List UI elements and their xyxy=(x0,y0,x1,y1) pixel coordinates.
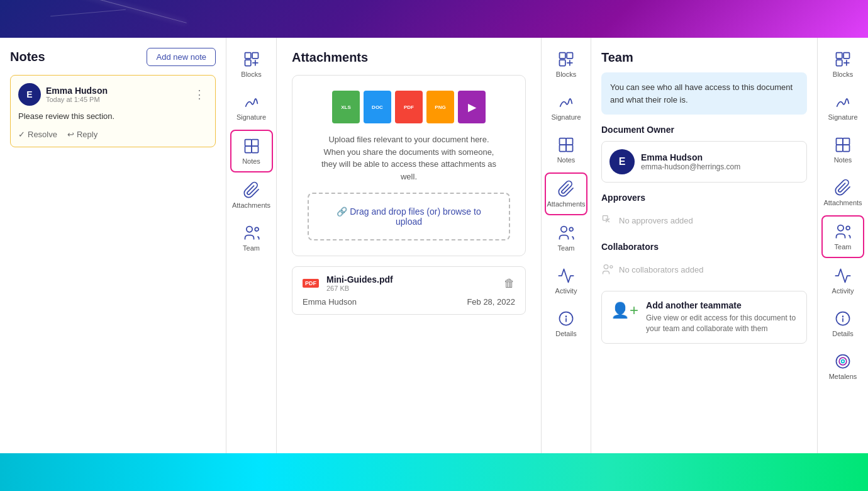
sidebar-item-attachments-right[interactable]: Attachments xyxy=(545,172,587,215)
svg-point-17 xyxy=(569,227,573,231)
collaborators-empty: No collaborators added xyxy=(601,258,807,281)
add-teammate-card[interactable]: 👤+ Add another teammate Give view or edi… xyxy=(601,291,807,344)
sidebar-item-team-left[interactable]: Team xyxy=(230,218,273,258)
approvers-label: Approvers xyxy=(601,193,807,203)
svg-rect-10 xyxy=(567,53,572,59)
approvers-empty-icon xyxy=(601,214,614,227)
sidebar-item-notes-far[interactable]: Notes xyxy=(821,130,864,170)
team-panel-title: Team xyxy=(601,50,807,65)
main-content: Notes Add new note E Emma Hudson Today a… xyxy=(0,38,868,453)
activity-label-far: Activity xyxy=(832,287,854,295)
note-card: E Emma Hudson Today at 1:45 PM ⋮ Please … xyxy=(10,75,216,147)
sidebar-item-activity-right[interactable]: Activity xyxy=(545,261,587,301)
notes-panel-title: Notes xyxy=(10,50,45,64)
collaborators-empty-text: No collaborators added xyxy=(619,265,703,274)
collaborators-section: Collaborators No collaborators added xyxy=(601,242,807,281)
svg-rect-15 xyxy=(566,145,573,152)
doc-icon: DOC xyxy=(364,91,391,123)
upload-box: XLS DOC PDF PNG ▶ Upload files relevant … xyxy=(292,75,526,256)
note-actions: ✓ Resolve ↩ Reply xyxy=(18,130,208,139)
resolve-button[interactable]: ✓ Resolve xyxy=(18,130,57,139)
sidebar-item-team-right[interactable]: Team xyxy=(545,218,587,258)
sidebar-item-signature-right[interactable]: Signature xyxy=(545,87,587,127)
sidebar-item-blocks-far[interactable]: Blocks xyxy=(821,44,864,84)
svg-point-16 xyxy=(561,227,567,232)
sidebar-item-notes-right[interactable]: Notes xyxy=(545,130,587,170)
team-label-right: Team xyxy=(558,244,575,252)
svg-rect-24 xyxy=(837,53,842,59)
svg-rect-1 xyxy=(252,53,258,59)
document-owner-label: Document Owner xyxy=(601,125,807,135)
drag-drop-label: 🔗 Drag and drop files (or) browse to upl… xyxy=(337,206,481,227)
approvers-section: Approvers No approvers added xyxy=(601,193,807,232)
svg-rect-5 xyxy=(245,146,252,153)
notes-icon-right xyxy=(557,136,575,154)
svg-point-37 xyxy=(839,358,847,365)
svg-rect-27 xyxy=(837,138,843,145)
signature-icon xyxy=(243,93,260,111)
file-item-bottom: Emma Hudson Feb 28, 2022 xyxy=(303,297,515,307)
file-type-badge: PDF xyxy=(303,279,319,288)
notes-header: Notes Add new note xyxy=(10,48,216,66)
sidebar-item-signature-left[interactable]: Signature xyxy=(230,87,273,127)
sidebar-item-details-far[interactable]: Details xyxy=(821,303,864,344)
blocks-label-left: Blocks xyxy=(241,71,261,78)
svg-rect-6 xyxy=(252,146,259,153)
team-label-far: Team xyxy=(835,243,852,251)
team-label-left: Team xyxy=(243,244,260,252)
file-size: 267 KB xyxy=(326,285,393,292)
check-icon: ✓ xyxy=(18,130,25,139)
banner-decoration xyxy=(0,0,868,38)
svg-rect-26 xyxy=(837,60,842,65)
attachments-label-left: Attachments xyxy=(232,201,270,209)
file-uploader: Emma Hudson xyxy=(303,297,357,307)
svg-rect-12 xyxy=(560,138,567,145)
xls-icon: XLS xyxy=(332,91,360,123)
metalens-icon-far xyxy=(834,353,852,370)
note-options-button[interactable]: ⋮ xyxy=(191,87,208,101)
png-icon: PNG xyxy=(426,91,454,123)
sidebar-item-blocks-right[interactable]: Blocks xyxy=(545,44,587,84)
notes-icon-far xyxy=(834,136,852,154)
sidebar-item-attachments-far[interactable]: Attachments xyxy=(821,172,864,213)
team-panel: Team You can see who all have access to … xyxy=(591,38,818,453)
owner-email: emma-hudson@herrings.com xyxy=(641,162,740,171)
svg-rect-13 xyxy=(566,138,573,145)
delete-file-button[interactable]: 🗑 xyxy=(504,277,515,290)
add-note-button[interactable]: Add new note xyxy=(147,48,216,66)
sidebar-item-notes-left[interactable]: Notes xyxy=(230,130,273,172)
blocks-label-far: Blocks xyxy=(833,71,853,78)
activity-label-right: Activity xyxy=(555,287,577,295)
sidebar-item-signature-far[interactable]: Signature xyxy=(821,87,864,127)
sidebar-item-attachments-left[interactable]: Attachments xyxy=(230,175,273,215)
add-teammate-desc: Give view or edit access for this docume… xyxy=(646,313,798,334)
drag-drop-zone[interactable]: 🔗 Drag and drop files (or) browse to upl… xyxy=(308,193,510,240)
svg-rect-11 xyxy=(560,60,565,65)
attachments-panel: Attachments XLS DOC PDF PNG ▶ xyxy=(277,38,541,453)
file-item: PDF Mini-Guides.pdf 267 KB 🗑 Emma Hudson… xyxy=(292,266,526,315)
sidebar-item-metalens-far[interactable]: Metalens xyxy=(821,346,864,387)
svg-point-38 xyxy=(842,360,845,363)
add-teammate-title: Add another teammate xyxy=(646,300,798,310)
sidebar-item-activity-far[interactable]: Activity xyxy=(821,261,864,301)
add-teammate-icon: 👤+ xyxy=(611,302,638,319)
notes-label-far: Notes xyxy=(834,156,852,164)
details-label-far: Details xyxy=(832,330,854,337)
blocks-label-right: Blocks xyxy=(556,71,576,78)
sidebar-item-details-right[interactable]: Details xyxy=(545,303,587,344)
sidebar-item-blocks-left[interactable]: Blocks xyxy=(230,44,273,84)
svg-point-32 xyxy=(846,226,850,230)
blocks-icon-far xyxy=(834,50,852,68)
attachments-icon-left xyxy=(243,181,260,199)
svg-rect-2 xyxy=(245,60,250,65)
approvers-empty: No approvers added xyxy=(601,209,807,232)
team-icon-far xyxy=(834,223,852,240)
notes-panel: Notes Add new note E Emma Hudson Today a… xyxy=(0,38,226,453)
reply-button[interactable]: ↩ Reply xyxy=(67,130,97,139)
sidebar-item-team-far[interactable]: Team xyxy=(821,215,864,258)
svg-rect-9 xyxy=(560,53,565,59)
top-banner xyxy=(0,0,868,38)
svg-point-36 xyxy=(837,355,850,368)
team-info-box: You can see who all have access to this … xyxy=(601,72,807,115)
details-icon-right xyxy=(557,310,575,327)
